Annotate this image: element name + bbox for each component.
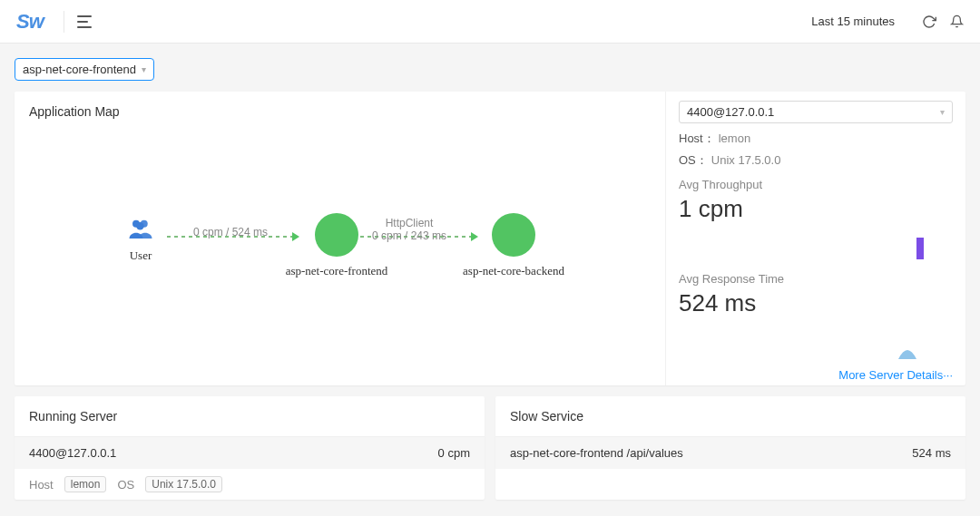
meta-host-label: Host bbox=[29, 478, 54, 492]
os-value: Unix 17.5.0.0 bbox=[711, 153, 781, 167]
response-label: Avg Response Time bbox=[679, 272, 953, 286]
slow-latency: 524 ms bbox=[912, 446, 951, 460]
running-server-row[interactable]: 4400@127.0.0.1 0 cpm bbox=[15, 437, 485, 469]
application-map-card: Application Map 0 cpm / 524 ms HttpClien… bbox=[15, 92, 965, 385]
instance-select[interactable]: 4400@127.0.0.1 ▾ bbox=[679, 101, 953, 123]
service-select-value: asp-net-core-frontend bbox=[23, 63, 136, 76]
throughput-label: Avg Throughput bbox=[679, 178, 953, 191]
host-row: Host：lemon bbox=[679, 131, 953, 147]
main-content: asp-net-core-frontend ▾ Application Map … bbox=[0, 44, 980, 516]
topology-node-frontend[interactable]: asp-net-core-frontend bbox=[282, 213, 391, 278]
edge-label: HttpClient bbox=[386, 217, 434, 229]
instance-select-value: 4400@127.0.0.1 bbox=[687, 105, 774, 119]
chevron-down-icon: ▾ bbox=[142, 64, 146, 74]
server-detail-panel: 4400@127.0.0.1 ▾ Host：lemon OS：Unix 17.5… bbox=[666, 92, 965, 385]
topology-node-backend[interactable]: asp-net-core-backend bbox=[459, 213, 568, 278]
node-label: User bbox=[127, 248, 154, 263]
chevron-down-icon: ▾ bbox=[940, 107, 945, 117]
svg-point-2 bbox=[136, 222, 144, 230]
topology-node-user[interactable]: User bbox=[127, 218, 154, 263]
server-instance: 4400@127.0.0.1 bbox=[29, 446, 116, 460]
meta-os-label: OS bbox=[117, 478, 134, 492]
service-circle-icon bbox=[492, 213, 535, 257]
logo: Sw bbox=[16, 10, 44, 34]
host-label: Host： bbox=[679, 131, 715, 145]
bottom-panels: Running Server 4400@127.0.0.1 0 cpm Host… bbox=[15, 396, 965, 500]
slow-service-title: Slow Service bbox=[495, 396, 965, 437]
node-label: asp-net-core-frontend bbox=[282, 264, 391, 278]
service-circle-icon bbox=[315, 213, 358, 257]
response-sparkline bbox=[679, 321, 953, 366]
top-header: Sw Last 15 minutes bbox=[0, 0, 980, 44]
service-select[interactable]: asp-net-core-frontend ▾ bbox=[15, 58, 154, 81]
os-label: OS： bbox=[679, 153, 708, 167]
sparkline-bar-icon bbox=[916, 238, 924, 259]
time-range-label[interactable]: Last 15 minutes bbox=[811, 15, 895, 28]
response-value: 524 ms bbox=[679, 289, 953, 317]
header-divider bbox=[64, 11, 64, 33]
server-throughput: 0 cpm bbox=[438, 446, 470, 460]
more-server-details-link[interactable]: More Server Details··· bbox=[679, 368, 953, 382]
running-server-card: Running Server 4400@127.0.0.1 0 cpm Host… bbox=[15, 396, 485, 500]
app-map-panel: Application Map 0 cpm / 524 ms HttpClien… bbox=[15, 92, 666, 385]
slow-service-row[interactable]: asp-net-core-frontend /api/values 524 ms bbox=[495, 437, 965, 469]
running-server-meta: Host lemon OS Unix 17.5.0.0 bbox=[15, 469, 485, 500]
node-label: asp-net-core-backend bbox=[459, 264, 568, 278]
host-tag: lemon bbox=[64, 476, 107, 492]
footer: Apache SkyWalking GitHub bbox=[15, 500, 965, 516]
slow-service-card: Slow Service asp-net-core-frontend /api/… bbox=[495, 396, 965, 500]
throughput-sparkline bbox=[679, 227, 953, 272]
host-value: lemon bbox=[719, 131, 750, 145]
throughput-value: 1 cpm bbox=[679, 195, 953, 223]
sparkline-area-icon bbox=[887, 339, 927, 359]
running-server-title: Running Server bbox=[15, 396, 485, 437]
bell-icon[interactable] bbox=[949, 15, 964, 29]
topology-graph[interactable]: 0 cpm / 524 ms HttpClient 0 cpm / 243 ms… bbox=[15, 131, 665, 358]
edge-label: 0 cpm / 524 ms bbox=[193, 226, 268, 239]
app-map-title: Application Map bbox=[15, 92, 665, 131]
slow-endpoint: asp-net-core-frontend /api/values bbox=[510, 446, 683, 460]
os-row: OS：Unix 17.5.0.0 bbox=[679, 152, 953, 169]
users-icon bbox=[127, 218, 154, 241]
menu-toggle-icon[interactable] bbox=[77, 15, 92, 28]
refresh-icon[interactable] bbox=[922, 15, 936, 29]
os-tag: Unix 17.5.0.0 bbox=[145, 476, 222, 492]
